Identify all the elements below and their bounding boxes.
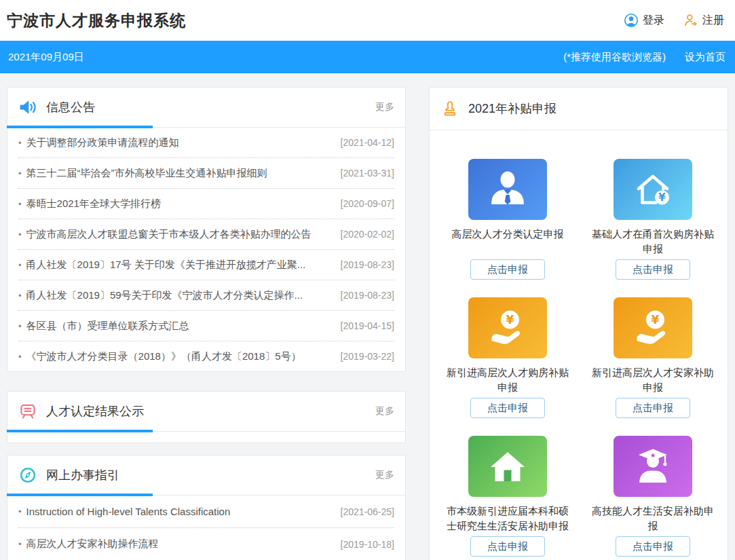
add-user-icon (683, 13, 698, 28)
announcements-title: 信息公告 (46, 99, 95, 115)
list-item[interactable]: • 泰晤士2021年全球大学排行榜 [2020-09-07] (18, 189, 394, 219)
list-item[interactable]: • 关于调整部分政策申请流程的通知 [2021-04-12] (18, 128, 394, 158)
left-column: 信息公告 更多 • 关于调整部分政策申请流程的通知 [2021-04-12] •… (7, 87, 406, 560)
list-item[interactable]: • 《宁波市人才分类目录（2018）》（甬人才发〔2018〕5号） [2019-… (18, 341, 394, 371)
list-item-text: 高层次人才安家补助操作流程 (26, 538, 333, 550)
subsidy-cards-grid: 高层次人才分类认定申报 点击申报 ¥ 基础人才在甬首次购房补贴申报 点击申报 ¥… (430, 130, 728, 560)
apply-button[interactable]: 点击申报 (470, 398, 545, 418)
accent-underline (7, 126, 153, 128)
svg-text:★: ★ (650, 451, 656, 459)
list-item-date: [2020-09-07] (341, 198, 394, 209)
results-header: 人才认定结果公示 更多 (7, 392, 405, 432)
accent-underline (7, 493, 153, 496)
user-circle-icon (624, 13, 639, 28)
list-item-text: 宁波市高层次人才联盟总窗关于市本级人才各类补贴办理的公告 (26, 228, 333, 241)
list-item-date: [2019-10-18] (341, 539, 394, 550)
subsidy-card-label: 市本级新引进应届本科和硕士研究生生活安居补助申报 (445, 504, 571, 534)
login-button[interactable]: 登录 (624, 13, 664, 28)
list-item-date: [2019-03-22] (341, 351, 394, 362)
graduate-icon: ★ (631, 445, 675, 488)
list-item[interactable]: • 各区县（市）受理单位联系方式汇总 [2019-04-15] (18, 311, 394, 341)
bullet-dot-icon: • (18, 168, 22, 179)
list-item-date: [2021-06-25] (341, 506, 394, 517)
guides-title: 网上办事指引 (46, 467, 119, 483)
subsidy-card-tile[interactable]: ★ (614, 436, 692, 497)
list-item-text: 甬人社发〔2019〕17号 关于印发《关于推进开放揽才产业聚... (26, 259, 333, 272)
apply-button[interactable]: 点击申报 (616, 259, 690, 280)
house-yen-icon: ¥ (631, 168, 675, 211)
subsidy-card: ¥ 新引进高层次人才安家补助申报 点击申报 (580, 297, 725, 418)
house-icon (486, 445, 529, 488)
subsidy-card-tile[interactable]: ¥ (468, 297, 547, 358)
bullet-dot-icon: • (18, 138, 22, 148)
svg-text:¥: ¥ (506, 313, 514, 326)
bullet-dot-icon: • (18, 506, 22, 517)
browser-tip: (*推荐使用谷歌浏览器) (563, 51, 666, 64)
subsidy-panel: 2021年补贴申报 高层次人才分类认定申报 点击申报 ¥ 基础人才在甬首次购房补… (429, 87, 728, 560)
list-item[interactable]: • 甬人社发〔2019〕17号 关于印发《关于推进开放揽才产业聚... [201… (18, 250, 394, 280)
list-item-date: [2019-08-23] (341, 259, 394, 270)
subsidy-card-tile[interactable]: ¥ (614, 297, 692, 358)
results-body (7, 432, 405, 443)
subsidy-card-tile[interactable] (468, 159, 547, 220)
list-item-date: [2019-04-15] (341, 320, 394, 331)
apply-button[interactable]: 点击申报 (470, 259, 545, 280)
list-item[interactable]: • 宁波市高层次人才联盟总窗关于市本级人才各类补贴办理的公告 [2020-02-… (18, 219, 394, 250)
page-title: 宁波市人才服务申报系统 (7, 10, 186, 31)
list-item[interactable]: • 第三十二届“毕洽会”市外高校毕业生交通补贴申报细则 [2021-03-31] (18, 158, 394, 189)
guides-more-link[interactable]: 更多 (375, 469, 394, 481)
results-title: 人才认定结果公示 (46, 403, 144, 419)
list-item[interactable]: • Instruction of High-level Talents Clas… (18, 496, 394, 528)
bulletin-board-icon (18, 402, 37, 421)
list-item[interactable]: • 高层次人才安家补助操作流程 [2019-10-18] (18, 528, 394, 560)
current-date: 2021年09月09日 (8, 51, 84, 64)
list-item-date: [2019-08-23] (341, 290, 394, 301)
apply-button[interactable]: 点击申报 (616, 536, 690, 557)
site-header: 宁波市人才服务申报系统 登录 注册 (0, 0, 735, 41)
bullet-dot-icon: • (18, 291, 22, 301)
list-item-date: [2021-03-31] (341, 168, 394, 179)
apply-button[interactable]: 点击申报 (616, 398, 690, 418)
bullet-dot-icon: • (18, 539, 22, 549)
announcements-more-link[interactable]: 更多 (375, 101, 394, 113)
stamp-icon (440, 99, 459, 118)
subsidy-card-label: 新引进高层次人才安家补助申报 (590, 365, 716, 395)
apply-button[interactable]: 点击申报 (470, 536, 545, 557)
announcements-header: 信息公告 更多 (7, 88, 405, 128)
list-item[interactable]: • 甬人社发〔2019〕59号关于印发《宁波市人才分类认定操作... [2019… (18, 280, 394, 311)
subsidy-card: ¥ 基础人才在甬首次购房补贴申报 点击申报 (580, 159, 725, 280)
subsidy-card-label: 高层次人才分类认定申报 (445, 227, 571, 257)
auth-links: 登录 注册 (624, 13, 724, 28)
bullet-dot-icon: • (18, 352, 22, 362)
hand-yen-icon: ¥ (486, 306, 529, 350)
accent-underline (7, 430, 153, 432)
main-content: 信息公告 更多 • 关于调整部分政策申请流程的通知 [2021-04-12] •… (7, 87, 728, 560)
list-item-text: 泰晤士2021年全球大学排行榜 (26, 198, 333, 210)
guides-list: • Instruction of High-level Talents Clas… (7, 496, 405, 560)
results-more-link[interactable]: 更多 (375, 405, 394, 417)
subsidy-card: 市本级新引进应届本科和硕士研究生生活安居补助申报 点击申报 (435, 436, 580, 557)
subsidy-card-tile[interactable]: ¥ (614, 159, 692, 220)
subsidy-card-label: 基础人才在甬首次购房补贴申报 (590, 227, 716, 257)
subsidy-card: ¥ 新引进高层次人才购房补贴申报 点击申报 (435, 297, 580, 418)
subsidy-header: 2021年补贴申报 (430, 88, 728, 130)
announcements-panel: 信息公告 更多 • 关于调整部分政策申请流程的通知 [2021-04-12] •… (7, 87, 406, 372)
subsidy-card-label: 高技能人才生活安居补助申报 (590, 504, 716, 534)
hand-yen-icon: ¥ (631, 306, 675, 350)
register-button[interactable]: 注册 (683, 13, 724, 28)
subsidy-card: ★ 高技能人才生活安居补助申报 点击申报 (580, 436, 725, 557)
list-item-text: 第三十二届“毕洽会”市外高校毕业生交通补贴申报细则 (26, 167, 333, 180)
list-item-date: [2020-02-02] (341, 229, 394, 240)
compass-icon (18, 466, 37, 485)
svg-text:¥: ¥ (658, 191, 666, 204)
list-item-text: 甬人社发〔2019〕59号关于印发《宁波市人才分类认定操作... (26, 289, 333, 302)
list-item-text: 关于调整部分政策申请流程的通知 (26, 136, 333, 149)
right-column: 2021年补贴申报 高层次人才分类认定申报 点击申报 ¥ 基础人才在甬首次购房补… (429, 87, 728, 560)
login-label: 登录 (643, 14, 664, 28)
list-item-text: Instruction of High-level Talents Classi… (26, 506, 333, 517)
results-panel: 人才认定结果公示 更多 (7, 391, 406, 443)
subsidy-title: 2021年补贴申报 (468, 100, 557, 117)
subsidy-card-tile[interactable] (468, 436, 547, 497)
set-homepage-link[interactable]: 设为首页 (685, 51, 725, 64)
subsidy-card-label: 新引进高层次人才购房补贴申报 (445, 365, 571, 395)
